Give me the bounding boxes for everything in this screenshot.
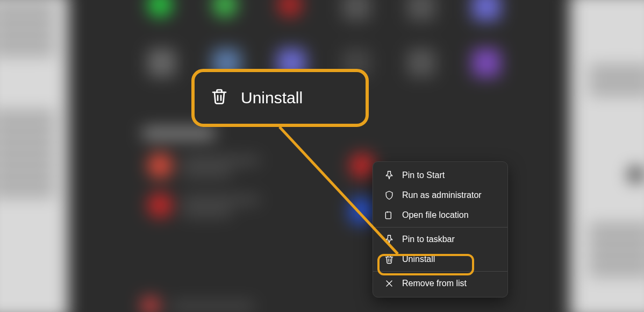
menu-item-run-as-administrator[interactable]: Run as administrator [375,186,505,205]
svg-rect-0 [385,212,391,219]
pin-icon [384,170,395,181]
menu-item-label: Uninstall [402,254,435,264]
trash-icon [210,87,229,110]
menu-separator [373,271,507,272]
blurred-background [0,0,644,312]
menu-item-remove-from-list[interactable]: Remove from list [375,274,505,293]
menu-item-label: Remove from list [402,279,467,288]
menu-item-pin-to-start[interactable]: Pin to Start [375,166,505,185]
uninstall-callout: Uninstall [191,69,369,127]
menu-item-uninstall[interactable]: Uninstall [375,250,505,269]
menu-item-label: Open file location [402,210,469,220]
shield-icon [384,190,395,201]
callout-label: Uninstall [241,89,303,107]
menu-item-label: Run as administrator [402,190,482,200]
menu-item-pin-to-taskbar[interactable]: Pin to taskbar [375,230,505,249]
context-menu: Pin to Start Run as administrator Open f… [373,161,508,297]
menu-separator [373,227,507,228]
menu-item-label: Pin to taskbar [402,235,455,244]
pin-icon [384,234,395,245]
folder-icon [384,210,395,221]
close-icon [384,278,395,289]
menu-item-open-file-location[interactable]: Open file location [375,205,505,225]
menu-item-label: Pin to Start [402,171,445,180]
trash-icon [384,254,395,265]
